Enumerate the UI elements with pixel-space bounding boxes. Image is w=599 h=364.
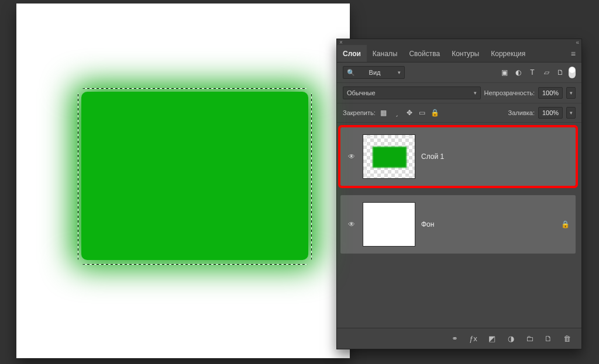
blend-row: Обычные ▾ Непрозрачность: 100% ▾: [337, 83, 581, 103]
fill-value[interactable]: 100%: [538, 107, 563, 119]
layer-name[interactable]: Фон: [421, 220, 434, 228]
layer-thumbnail[interactable]: [363, 202, 415, 247]
opacity-label: Непрозрачность:: [484, 89, 535, 96]
chevron-down-icon: ▾: [398, 70, 401, 75]
visibility-toggle[interactable]: 👁: [346, 220, 357, 228]
chevron-down-icon: ▾: [474, 90, 477, 96]
new-adjustment-icon[interactable]: ◑: [505, 334, 516, 343]
lock-icon[interactable]: 🔒: [561, 220, 570, 228]
lock-all-icon[interactable]: 🔒: [431, 109, 440, 117]
layer-thumbnail[interactable]: [363, 134, 415, 179]
filter-shape-icon[interactable]: ▱: [542, 68, 551, 77]
panel-tabs: Слои Каналы Свойства Контуры Коррекция ≡: [337, 45, 581, 63]
opacity-stepper[interactable]: ▾: [566, 87, 576, 99]
layer-row[interactable]: 👁 Слой 1: [340, 127, 576, 186]
filter-toggle[interactable]: [569, 67, 576, 78]
layer-name[interactable]: Слой 1: [421, 152, 444, 161]
lock-pixels-icon[interactable]: ▦: [379, 109, 388, 117]
add-mask-icon[interactable]: ◩: [487, 334, 497, 343]
blend-mode-value: Обычные: [347, 89, 376, 96]
filter-pixel-icon[interactable]: ▣: [500, 68, 509, 77]
filter-label: Вид: [369, 69, 381, 76]
tab-adjustments[interactable]: Коррекция: [485, 45, 531, 62]
fill-stepper[interactable]: ▾: [566, 107, 576, 119]
blend-mode-select[interactable]: Обычные ▾: [343, 86, 481, 99]
collapse-icon[interactable]: «: [576, 39, 579, 46]
lock-brush-icon[interactable]: ˏ: [392, 109, 401, 117]
thumbnail-content: [373, 147, 407, 168]
layer-filter-select[interactable]: 🔍 Вид ▾: [343, 66, 405, 79]
delete-layer-icon[interactable]: 🗑: [562, 334, 572, 343]
selection-marquee[interactable]: [78, 88, 312, 265]
tab-channels[interactable]: Каналы: [367, 45, 404, 62]
layers-panel: × « Слои Каналы Свойства Контуры Коррекц…: [336, 39, 582, 349]
search-icon: 🔍: [347, 69, 355, 77]
tab-properties[interactable]: Свойства: [403, 45, 446, 62]
fx-icon[interactable]: ƒx: [468, 334, 478, 343]
lock-label: Закрепить:: [343, 109, 376, 116]
new-layer-icon[interactable]: 🗋: [543, 334, 553, 343]
document-canvas[interactable]: [16, 4, 350, 358]
filter-smart-icon[interactable]: 🗋: [556, 68, 565, 77]
tab-layers[interactable]: Слои: [337, 45, 367, 62]
lock-artboard-icon[interactable]: ▭: [418, 109, 427, 117]
visibility-toggle[interactable]: 👁: [346, 152, 357, 161]
panel-menu-icon[interactable]: ≡: [569, 49, 578, 58]
filter-row: 🔍 Вид ▾ ▣ ◐ T ▱ 🗋: [337, 63, 581, 83]
link-layers-icon[interactable]: ⚭: [449, 334, 460, 343]
tab-paths[interactable]: Контуры: [446, 45, 485, 62]
layer-row[interactable]: 👁 Фон 🔒: [340, 195, 576, 254]
lock-position-icon[interactable]: ✥: [405, 109, 414, 117]
lock-row: Закрепить: ▦ ˏ ✥ ▭ 🔒 Заливка: 100% ▾: [337, 103, 581, 123]
new-group-icon[interactable]: 🗀: [524, 334, 535, 343]
panel-titlebar: × «: [337, 39, 581, 45]
layer-list: 👁 Слой 1 👁 Фон 🔒: [337, 123, 581, 328]
fill-label: Заливка:: [508, 109, 535, 116]
opacity-value[interactable]: 100%: [538, 87, 563, 99]
panel-footer: ⚭ ƒx ◩ ◑ 🗀 🗋 🗑: [337, 328, 581, 349]
filter-type-icon[interactable]: T: [528, 68, 537, 77]
filter-adjust-icon[interactable]: ◐: [514, 68, 523, 77]
close-icon[interactable]: ×: [339, 39, 343, 46]
